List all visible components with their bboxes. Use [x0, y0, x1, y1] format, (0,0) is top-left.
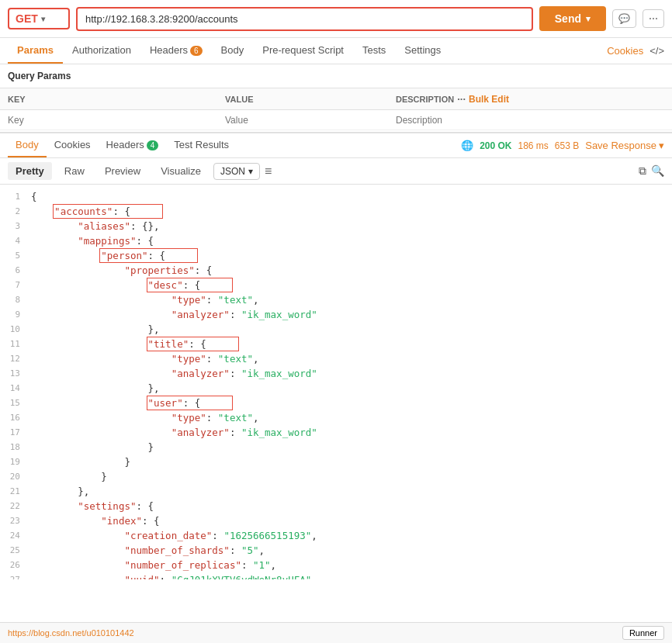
- resp-tab-headers[interactable]: Headers4: [99, 133, 167, 157]
- method-selector[interactable]: GET ▾: [8, 8, 70, 29]
- code-area[interactable]: 1{2 "accounts": {3 "aliases": {},4 "mapp…: [0, 185, 672, 579]
- table-row: 23 "index": {: [0, 515, 672, 530]
- table-row: 13 "analyzer": "ik_max_word": [0, 368, 672, 382]
- table-row: 16 "type": "text",: [0, 412, 672, 427]
- response-tabs: Body Cookies Headers4 Test Results 🌐 200…: [0, 132, 672, 158]
- table-row: 6 "properties": {: [0, 264, 672, 279]
- query-params-label: Query Params: [0, 64, 672, 88]
- table-row: 27 "uuid": "GqJ01kXVTV6ydWeNr8vUFA",: [0, 574, 672, 579]
- bulk-edit-link[interactable]: Bulk Edit: [469, 94, 509, 105]
- tab-settings[interactable]: Settings: [395, 38, 450, 64]
- table-row: 4 "mappings": {: [0, 235, 672, 250]
- fmt-tab-preview[interactable]: Preview: [97, 162, 148, 180]
- url-input[interactable]: [76, 7, 533, 31]
- top-bar: GET ▾ Send ▾ 💬 ⋯: [0, 0, 672, 38]
- key-input[interactable]: [8, 115, 210, 126]
- table-row: 26 "number_of_replicas": "1",: [0, 559, 672, 574]
- format-bar: Pretty Raw Preview Visualize JSON ▾ ≡ ⧉ …: [0, 158, 672, 185]
- key-col-header: KEY: [0, 88, 217, 110]
- json-select-chevron: ▾: [248, 166, 253, 177]
- save-response-button[interactable]: Save Response ▾: [585, 140, 664, 151]
- resp-tab-body[interactable]: Body: [8, 133, 47, 157]
- send-chevron: ▾: [586, 14, 591, 24]
- resp-tab-test-results[interactable]: Test Results: [166, 133, 237, 157]
- table-row: 7 "desc": {: [0, 279, 672, 294]
- tab-tests[interactable]: Tests: [353, 38, 395, 64]
- table-row: 21 },: [0, 486, 672, 500]
- resp-tab-cookies[interactable]: Cookies: [47, 133, 99, 157]
- params-row-empty: [0, 110, 672, 130]
- fmt-tab-visualize[interactable]: Visualize: [153, 162, 209, 180]
- table-row: 5 "person": {: [0, 250, 672, 264]
- desc-col-header: DESCRIPTION ··· Bulk Edit: [388, 88, 672, 110]
- tab-headers[interactable]: Headers6: [140, 38, 212, 64]
- tab-authorization[interactable]: Authorization: [63, 38, 140, 64]
- format-right-icons: ⧉ 🔍: [639, 164, 664, 178]
- more-options-icon[interactable]: ···: [457, 93, 466, 105]
- status-badge: 200 OK: [480, 140, 511, 151]
- code-icon[interactable]: </>: [649, 45, 664, 57]
- table-row: 17 "analyzer": "ik_max_word": [0, 427, 672, 441]
- table-row: 10 },: [0, 323, 672, 338]
- method-label: GET: [16, 12, 38, 25]
- fmt-tab-pretty[interactable]: Pretty: [8, 162, 52, 180]
- globe-icon: 🌐: [461, 140, 473, 151]
- table-row: 14 },: [0, 382, 672, 397]
- response-meta: 🌐 200 OK 186 ms 653 B Save Response ▾: [461, 140, 664, 151]
- table-row: 11 "title": {: [0, 338, 672, 353]
- table-row: 15 "user": {: [0, 397, 672, 412]
- params-table: KEY VALUE DESCRIPTION ··· Bulk Edit: [0, 88, 672, 130]
- send-button[interactable]: Send ▾: [539, 6, 606, 31]
- table-row: 25 "number_of_shards": "5",: [0, 544, 672, 559]
- value-input[interactable]: [225, 115, 380, 126]
- table-row: 9 "analyzer": "ik_max_word": [0, 309, 672, 323]
- tab-body[interactable]: Body: [212, 38, 254, 64]
- table-row: 18 }: [0, 441, 672, 456]
- json-format-select[interactable]: JSON ▾: [213, 163, 260, 180]
- table-row: 19 }: [0, 456, 672, 471]
- more-icon-btn[interactable]: ⋯: [643, 9, 664, 28]
- value-col-header: VALUE: [217, 88, 388, 110]
- method-chevron: ▾: [41, 15, 45, 23]
- response-time: 186 ms: [518, 140, 549, 151]
- copy-icon[interactable]: ⧉: [639, 164, 646, 178]
- table-row: 12 "type": "text",: [0, 353, 672, 368]
- search-icon[interactable]: 🔍: [651, 164, 664, 178]
- table-row: 20 }: [0, 471, 672, 486]
- table-row: 8 "type": "text",: [0, 294, 672, 309]
- fmt-tab-raw[interactable]: Raw: [57, 162, 92, 180]
- table-row: 24 "creation_date": "1625666515193",: [0, 530, 672, 544]
- request-tabs: Params Authorization Headers6 Body Pre-r…: [0, 38, 672, 64]
- response-size: 653 B: [555, 140, 579, 151]
- filter-icon-btn[interactable]: ≡: [265, 164, 272, 178]
- tab-params[interactable]: Params: [8, 38, 63, 64]
- desc-input[interactable]: [396, 115, 664, 126]
- table-row: 2 "accounts": {: [0, 206, 672, 220]
- comment-icon-btn[interactable]: 💬: [612, 9, 636, 28]
- table-row: 22 "settings": {: [0, 500, 672, 515]
- cookies-link[interactable]: Cookies: [607, 45, 643, 57]
- table-row: 1{: [0, 191, 672, 206]
- table-row: 3 "aliases": {},: [0, 220, 672, 235]
- tab-pre-request[interactable]: Pre-request Script: [253, 38, 353, 64]
